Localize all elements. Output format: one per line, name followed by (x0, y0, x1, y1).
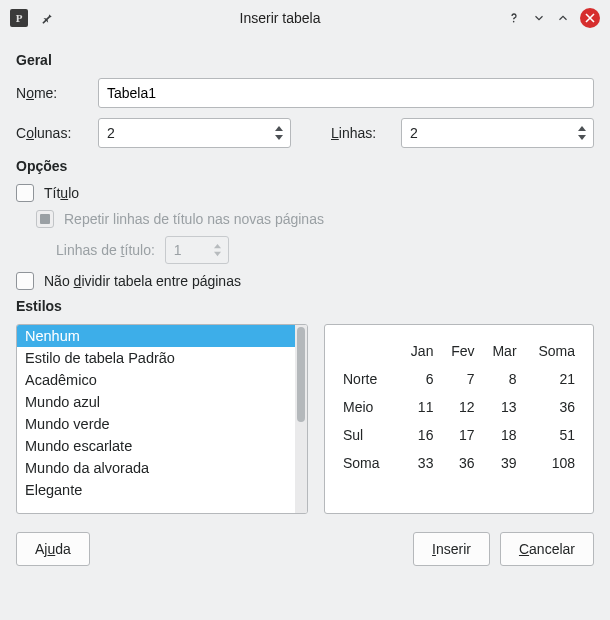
close-button[interactable] (580, 8, 600, 28)
list-item[interactable]: Mundo azul (17, 391, 295, 413)
list-item[interactable]: Estilo de tabela Padrão (17, 347, 295, 369)
label-colunas: Colunas: (16, 125, 98, 141)
list-item[interactable]: Acadêmico (17, 369, 295, 391)
styles-listbox[interactable]: NenhumEstilo de tabela PadrãoAcadêmicoMu… (16, 324, 308, 514)
linhas-spinner[interactable]: 2 (401, 118, 594, 148)
label-repetir: Repetir linhas de título nas novas págin… (64, 211, 324, 227)
table-header: Fev (437, 337, 478, 365)
titlebar: P Inserir tabela (0, 0, 610, 36)
window-title: Inserir tabela (54, 10, 506, 26)
minimize-icon[interactable] (532, 11, 546, 25)
checkbox-repetir (36, 210, 54, 228)
section-geral: Geral (16, 52, 594, 68)
label-titulo: Título (44, 185, 79, 201)
list-item[interactable]: Mundo verde (17, 413, 295, 435)
table-row: Soma333639108 (339, 449, 579, 477)
table-row: Meio11121336 (339, 393, 579, 421)
scrollbar[interactable] (295, 325, 307, 513)
table-header: Jan (397, 337, 437, 365)
spinner-arrows-icon[interactable] (274, 125, 284, 141)
label-linhas: Linhas: (331, 125, 401, 141)
checkbox-nao-dividir[interactable] (16, 272, 34, 290)
label-linhas-titulo: Linhas de título: (56, 242, 155, 258)
section-opcoes: Opções (16, 158, 594, 174)
maximize-icon[interactable] (556, 11, 570, 25)
table-header (339, 337, 397, 365)
app-icon: P (10, 9, 28, 27)
list-item[interactable]: Mundo escarlate (17, 435, 295, 457)
section-estilos: Estilos (16, 298, 594, 314)
label-nao-dividir: Não dividir tabela entre páginas (44, 273, 241, 289)
cancel-button[interactable]: Cancelar (500, 532, 594, 566)
style-preview: JanFevMarSomaNorte67821Meio11121336Sul16… (324, 324, 594, 514)
linhas-titulo-spinner: 1 (165, 236, 229, 264)
list-item[interactable]: Elegante (17, 479, 295, 501)
nome-input[interactable] (98, 78, 594, 108)
help-button[interactable]: Ajuda (16, 532, 90, 566)
help-icon[interactable] (506, 10, 522, 26)
pin-icon[interactable] (40, 11, 54, 25)
list-item[interactable]: Nenhum (17, 325, 295, 347)
spinner-arrows-icon[interactable] (577, 125, 587, 141)
spinner-arrows-icon (213, 243, 222, 257)
list-item[interactable]: Mundo da alvorada (17, 457, 295, 479)
table-header: Mar (478, 337, 520, 365)
table-header: Soma (521, 337, 579, 365)
insert-button[interactable]: Inserir (413, 532, 490, 566)
checkbox-titulo[interactable] (16, 184, 34, 202)
table-row: Norte67821 (339, 365, 579, 393)
colunas-spinner[interactable]: 2 (98, 118, 291, 148)
label-nome: Nome: (16, 85, 98, 101)
scrollbar-thumb[interactable] (297, 327, 305, 422)
svg-point-0 (513, 21, 515, 23)
table-row: Sul16171851 (339, 421, 579, 449)
